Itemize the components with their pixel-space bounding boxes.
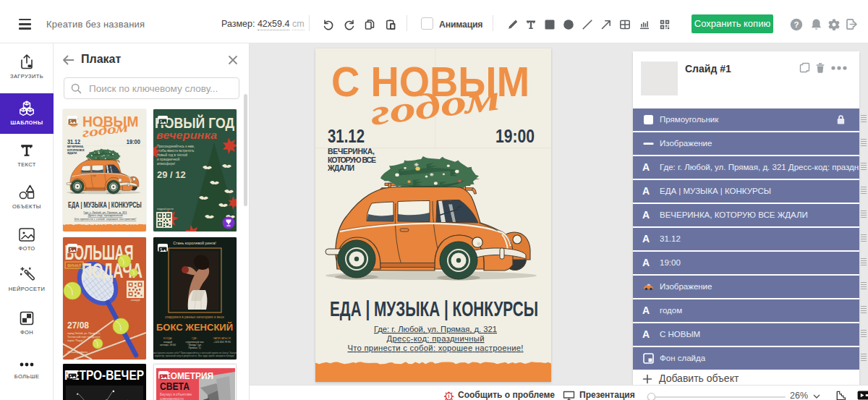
- svg-text:вечеринка: вечеринка: [156, 129, 217, 141]
- svg-text:подробности: подробности: [157, 208, 174, 210]
- svg-text:парка "Парус": парка "Парус": [67, 339, 85, 342]
- svg-text:?: ?: [793, 20, 799, 29]
- svg-text:атмосфере!: атмосфере!: [157, 162, 175, 166]
- svg-text:27/08: 27/08: [67, 320, 89, 331]
- svg-text:четверг, 19:00: четверг, 19:00: [160, 344, 176, 346]
- svg-text:город Любой, ул. Прямая 1,: город Любой, ул. Прямая 1,: [67, 332, 101, 335]
- svg-text:+123 456 78 90: +123 456 78 90: [213, 341, 231, 344]
- svg-text:29 / 12: 29 / 12: [157, 169, 186, 180]
- svg-text:характер, прокачай силу и увер: характер, прокачай силу и уверенность. В…: [155, 354, 235, 357]
- svg-text:СВЕТА: СВЕТА: [160, 380, 190, 392]
- svg-text:чтобы вместе встретить: чтобы вместе встретить: [157, 149, 195, 153]
- svg-text:ФИНАЛ: ФИНАЛ: [67, 263, 82, 268]
- svg-text:БОКС ЖЕНСКИЙ: БОКС ЖЕНСКИЙ: [156, 322, 233, 333]
- svg-text:спарринги в разных категориях: спарринги в разных категориях и весе: [165, 315, 224, 319]
- svg-text:Стань королевой ринга!: Стань королевой ринга!: [173, 241, 216, 245]
- svg-text:Баухаус в объективе: Баухаус в объективе: [160, 393, 192, 396]
- svg-text:Теннисный корт городского: Теннисный корт городского: [67, 336, 100, 339]
- svg-text:@нашпрофиль: @нашпрофиль: [67, 350, 88, 354]
- svg-text:современности: современности: [160, 397, 184, 400]
- svg-text:и праздничной: и праздничной: [157, 157, 180, 161]
- svg-text:Присоединяйтесь к нам,: Присоединяйтесь к нам,: [157, 144, 195, 148]
- svg-text:сканируй: сканируй: [131, 299, 140, 302]
- svg-text:КОГДА:: КОГДА:: [163, 337, 172, 340]
- svg-text:Прямая, 1): Прямая, 1): [188, 346, 200, 349]
- svg-text:ГДЕ:: ГДЕ:: [192, 337, 197, 340]
- svg-text:ЗАПИСАТЬСЯ:: ЗАПИСАТЬСЯ:: [213, 337, 231, 340]
- svg-text:Новый год в тёплой: Новый год в тёплой: [157, 153, 188, 157]
